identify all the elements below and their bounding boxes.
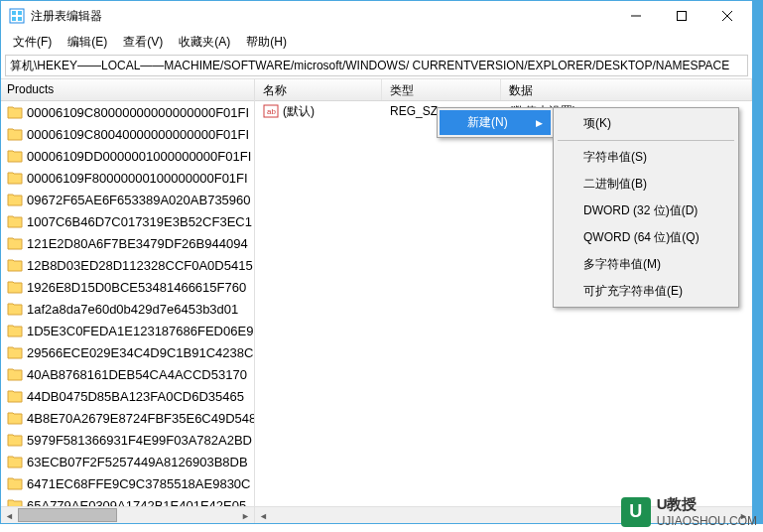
context-menu: 新建(N) ▶	[437, 107, 554, 138]
address-bar[interactable]: 算机\HEKEY——LOCAL——MACHIME/SOFTWARE/micros…	[5, 55, 748, 76]
tree-item[interactable]: 40AB8768161DEB54CA4ACCD53170	[1, 363, 254, 385]
tree-item[interactable]: 00006109C80040000000000000F01FI	[1, 123, 254, 145]
titlebar: 注册表编辑器	[1, 1, 752, 31]
menu-file[interactable]: 文件(F)	[5, 32, 60, 53]
folder-icon	[7, 105, 23, 119]
tree-item[interactable]: 29566ECE029E34C4D9C1B91C4238C	[1, 341, 254, 363]
submenu-arrow-icon: ▶	[536, 118, 543, 128]
tree-item-label: 29566ECE029E34C4D9C1B91C4238C	[27, 345, 253, 360]
tree-item[interactable]: 1D5E3C0FEDA1E123187686FED06E9	[1, 320, 254, 341]
ctx-new-multistring[interactable]: 多字符串值(M)	[556, 251, 736, 278]
tree-item-label: 40AB8768161DEB54CA4ACCD53170	[27, 367, 247, 382]
tree-item[interactable]: 00006109C80000000000000000F01FI	[1, 101, 254, 123]
folder-icon	[7, 127, 23, 141]
tree-item-label: 09672F65AE6F653389A020AB735960	[27, 193, 251, 207]
svg-rect-1	[12, 11, 16, 15]
tree-item[interactable]: 09672F65AE6F653389A020AB735960	[1, 189, 254, 210]
left-scrollbar-horizontal[interactable]: ◄ ►	[1, 506, 254, 523]
ctx-new-binary[interactable]: 二进制值(B)	[556, 171, 736, 198]
svg-rect-3	[12, 17, 16, 21]
col-data[interactable]: 数据	[501, 79, 752, 100]
context-submenu-new: 项(K) 字符串值(S) 二进制值(B) DWORD (32 位)值(D) QW…	[553, 107, 739, 308]
tree-item-label: 121E2D80A6F7BE3479DF26B944094	[27, 236, 248, 251]
watermark-brand: U教授	[657, 495, 757, 514]
watermark-text-block: U教授 UJIAOSHOU.COM	[657, 495, 757, 528]
watermark: U U教授 UJIAOSHOU.COM	[621, 495, 757, 528]
tree-item-label: 1926E8D15D0BCE53481466615F760	[27, 280, 246, 295]
ctx-new-expandstring[interactable]: 可扩充字符串值(E)	[556, 278, 736, 305]
tree-item[interactable]: 121E2D80A6F7BE3479DF26B944094	[1, 232, 254, 254]
folder-icon	[7, 214, 23, 228]
ctx-new-label: 新建(N)	[467, 115, 508, 129]
tree-item-label: 00006109C80000000000000000F01FI	[27, 105, 249, 120]
ctx-new-key[interactable]: 项(K)	[556, 110, 736, 137]
string-value-icon: ab	[263, 103, 279, 119]
list-header: 名称 类型 数据	[255, 79, 752, 101]
window-border-right	[753, 0, 763, 524]
menu-view[interactable]: 查看(V)	[115, 32, 171, 53]
folder-icon	[7, 258, 23, 272]
tree-item[interactable]: 12B8D03ED28D112328CCF0A0D5415	[1, 254, 254, 276]
menubar: 文件(F) 编辑(E) 查看(V) 收藏夹(A) 帮助(H)	[1, 31, 752, 53]
tree-item-label: 6471EC68FFE9C9C3785518AE9830C	[27, 476, 251, 491]
tree-item[interactable]: 00006109F80000000100000000F01FI	[1, 167, 254, 189]
svg-rect-6	[678, 12, 687, 21]
tree-item-label: 12B8D03ED28D112328CCF0A0D5415	[27, 258, 253, 273]
col-type[interactable]: 类型	[382, 79, 501, 100]
tree-item[interactable]: 1af2a8da7e60d0b429d7e6453b3d01	[1, 298, 254, 320]
folder-icon	[7, 455, 23, 468]
menu-favorites[interactable]: 收藏夹(A)	[171, 32, 238, 53]
ctx-new-string[interactable]: 字符串值(S)	[556, 144, 736, 171]
folder-icon	[7, 345, 23, 359]
maximize-button[interactable]	[659, 1, 704, 31]
tree-panel: Products 00006109C80000000000000000F01FI…	[1, 79, 255, 523]
value-name: (默认)	[283, 103, 315, 120]
registry-tree[interactable]: 00006109C80000000000000000F01FI00006109C…	[1, 101, 254, 506]
col-name[interactable]: 名称	[255, 79, 382, 100]
svg-rect-2	[18, 11, 22, 15]
folder-icon	[7, 149, 23, 163]
folder-icon	[7, 411, 23, 425]
watermark-url: UJIAOSHOU.COM	[657, 514, 757, 528]
watermark-badge: U	[621, 497, 651, 527]
tree-item-label: 1007C6B46D7C017319E3B52CF3EC1	[27, 214, 252, 229]
tree-item-label: 5979F581366931F4E99F03A782A2BD	[27, 433, 252, 448]
tree-item-label: 4B8E70A2679E8724FBF35E6C49D548	[27, 411, 254, 426]
close-button[interactable]	[704, 1, 750, 31]
tree-item[interactable]: 00006109DD0000001000000000F01FI	[1, 145, 254, 167]
tree-item[interactable]: 65A779AE0309A1742B1E401E42E05	[1, 494, 254, 506]
tree-item[interactable]: 63ECB07F2F5257449A8126903B8DB	[1, 451, 254, 472]
folder-icon	[7, 433, 23, 447]
tree-item[interactable]: 5979F581366931F4E99F03A782A2BD	[1, 429, 254, 451]
folder-icon	[7, 302, 23, 316]
minimize-button[interactable]	[613, 1, 659, 31]
ctx-new[interactable]: 新建(N) ▶	[440, 110, 551, 135]
folder-icon	[7, 171, 23, 185]
folder-icon	[7, 236, 23, 250]
window-title: 注册表编辑器	[31, 8, 613, 25]
svg-text:ab: ab	[267, 107, 276, 116]
menu-edit[interactable]: 编辑(E)	[60, 32, 115, 53]
app-icon	[9, 8, 25, 24]
folder-icon	[7, 498, 23, 506]
tree-item-label: 44DB0475D85BA123FA0CD6D35465	[27, 389, 244, 404]
tree-item[interactable]: 1007C6B46D7C017319E3B52CF3EC1	[1, 210, 254, 232]
tree-item[interactable]: 6471EC68FFE9C9C3785518AE9830C	[1, 472, 254, 494]
tree-item-label: 1af2a8da7e60d0b429d7e6453b3d01	[27, 302, 238, 317]
svg-rect-4	[18, 17, 22, 21]
tree-item-label: 63ECB07F2F5257449A8126903B8DB	[27, 455, 248, 469]
tree-item[interactable]: 4B8E70A2679E8724FBF35E6C49D548	[1, 407, 254, 429]
tree-header[interactable]: Products	[1, 79, 254, 101]
address-path: 算机\HEKEY——LOCAL——MACHIME/SOFTWARE/micros…	[10, 59, 729, 72]
tree-item[interactable]: 1926E8D15D0BCE53481466615F760	[1, 276, 254, 298]
menu-help[interactable]: 帮助(H)	[238, 32, 295, 53]
ctx-new-qword[interactable]: QWORD (64 位)值(Q)	[556, 224, 736, 251]
folder-icon	[7, 280, 23, 294]
folder-icon	[7, 193, 23, 206]
window-controls	[613, 1, 750, 31]
folder-icon	[7, 324, 23, 337]
tree-item[interactable]: 44DB0475D85BA123FA0CD6D35465	[1, 385, 254, 407]
tree-item-label: 00006109C80040000000000000F01FI	[27, 127, 249, 142]
ctx-new-dword[interactable]: DWORD (32 位)值(D)	[556, 198, 736, 224]
tree-item-label: 1D5E3C0FEDA1E123187686FED06E9	[27, 324, 253, 338]
